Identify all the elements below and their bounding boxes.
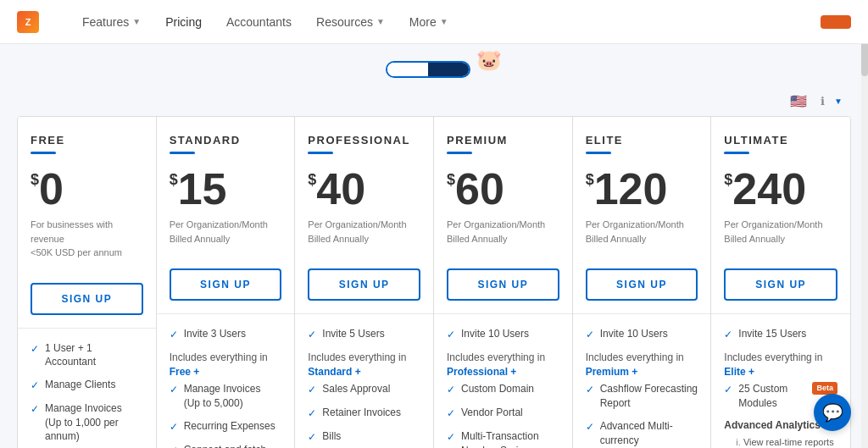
plan-price-desc-professional: Per Organization/Month Billed Annually: [308, 218, 420, 246]
feature-text: 1 User + 1 Accountant: [45, 341, 143, 370]
includes-link-elite[interactable]: Premium +: [586, 366, 638, 378]
includes-text-standard: Includes everything in Free +: [170, 351, 282, 379]
plan-price-row-ultimate: $240: [724, 167, 837, 211]
includes-text-premium: Includes everything in Professional +: [447, 351, 559, 379]
feature-text: Manage Clients: [45, 378, 115, 392]
plan-signup-btn-professional[interactable]: SIGN UP: [308, 268, 420, 301]
plan-features-free: ✓1 User + 1 Accountant✓Manage Clients✓Ma…: [18, 329, 156, 449]
includes-link-professional[interactable]: Standard +: [308, 366, 360, 378]
feature-text: Invite 10 Users: [600, 327, 668, 341]
plan-signup-btn-standard[interactable]: SIGN UP: [170, 268, 282, 301]
page-scrollbar[interactable]: [861, 0, 868, 448]
check-icon: ✓: [308, 383, 316, 397]
check-icon: ✓: [31, 402, 39, 417]
list-item: ✓Multi-Transaction Number Series: [447, 429, 559, 448]
check-icon: ✓: [170, 383, 178, 397]
nav-accountants[interactable]: Accountants: [216, 10, 302, 34]
check-icon: ✓: [31, 379, 39, 393]
plan-header-elite: ELITE$120Per Organization/Month Billed A…: [573, 117, 711, 258]
check-icon: ✓: [308, 407, 316, 421]
navbar-right: [821, 15, 851, 29]
navbar-signup-button[interactable]: [821, 15, 851, 29]
check-icon: ✓: [170, 444, 178, 448]
check-icon: ✓: [447, 328, 455, 342]
includes-link-premium[interactable]: Professional +: [447, 366, 516, 378]
check-icon: ✓: [447, 383, 455, 397]
zoho-icon: Z: [17, 11, 39, 33]
feature-text: Manage Invoices (Up to 5,000): [184, 382, 261, 411]
feature-text: Manage Invoices (Up to 1,000 per annum): [45, 401, 143, 444]
list-item: ✓Invite 10 Users: [586, 327, 698, 342]
pricing-wrapper: FREE$0For businesses with revenue <50K U…: [0, 116, 868, 448]
plan-price-amount-professional: 40: [316, 167, 365, 211]
feature-text: Sales Approval: [322, 382, 390, 396]
list-item: ✓1 User + 1 Accountant: [31, 341, 143, 370]
plan-name-premium: PREMIUM: [447, 134, 559, 147]
plan-signup-btn-free[interactable]: SIGN UP: [31, 283, 143, 315]
includes-link-standard[interactable]: Free +: [170, 366, 200, 378]
plan-col-professional: PROFESSIONAL$40Per Organization/Month Bi…: [295, 117, 434, 448]
feature-text: Connect and fetch bank & credit card fee…: [184, 443, 282, 448]
change-link[interactable]: ▼: [832, 97, 843, 106]
yearly-toggle[interactable]: [428, 63, 469, 76]
plan-price-dollar-standard: $: [170, 171, 178, 189]
chat-bubble[interactable]: 💬: [814, 394, 851, 431]
plan-col-free: FREE$0For businesses with revenue <50K U…: [18, 117, 157, 448]
monthly-toggle[interactable]: [387, 63, 428, 76]
navbar: Z Features ▼ Pricing Accountants Resourc…: [0, 0, 868, 44]
plan-price-desc-standard: Per Organization/Month Billed Annually: [170, 218, 282, 246]
piggy-icon: 🐷: [476, 48, 502, 72]
nav-features[interactable]: Features ▼: [72, 10, 151, 34]
plan-underline-standard: [170, 152, 195, 154]
billing-toggle-section: 🐷: [0, 44, 868, 86]
plan-name-elite: ELITE: [586, 134, 698, 147]
includes-text-ultimate: Includes everything in Elite +: [724, 351, 837, 379]
plan-features-elite: ✓Invite 10 UsersIncludes everything in P…: [573, 314, 711, 448]
plan-price-row-standard: $15: [170, 167, 282, 211]
plan-col-elite: ELITE$120Per Organization/Month Billed A…: [573, 117, 712, 448]
plan-price-amount-elite: 120: [594, 167, 668, 211]
more-arrow: ▼: [440, 17, 448, 26]
plan-price-row-premium: $60: [447, 167, 559, 211]
resources-arrow: ▼: [376, 17, 385, 26]
plan-signup-btn-premium[interactable]: SIGN UP: [447, 268, 559, 301]
plan-features-standard: ✓Invite 3 UsersIncludes everything in Fr…: [157, 314, 295, 448]
logo: Z: [17, 11, 47, 33]
plan-price-amount-standard: 15: [178, 167, 227, 211]
advanced-analytics-sub: View real-time reports and dashboards: [724, 436, 837, 448]
features-arrow: ▼: [132, 17, 141, 26]
plan-price-dollar-professional: $: [308, 171, 316, 189]
check-icon: ✓: [724, 383, 732, 397]
list-item: ✓Connect and fetch bank & credit card fe…: [170, 443, 282, 448]
list-item: ✓Manage Clients: [31, 378, 143, 393]
plan-price-dollar-ultimate: $: [724, 171, 732, 189]
plan-features-professional: ✓Invite 5 UsersIncludes everything in St…: [295, 314, 433, 448]
beta-badge: Beta: [812, 382, 837, 395]
plan-header-professional: PROFESSIONAL$40Per Organization/Month Bi…: [295, 117, 433, 258]
check-icon: ✓: [308, 430, 316, 445]
check-icon: ✓: [447, 430, 455, 445]
plan-price-row-free: $0: [31, 167, 143, 211]
plan-price-desc-premium: Per Organization/Month Billed Annually: [447, 218, 559, 246]
feature-text: Vendor Portal: [461, 406, 523, 420]
plan-price-dollar-premium: $: [447, 171, 455, 189]
feature-text: Custom Domain: [461, 382, 534, 396]
list-item: ✓Vendor Portal: [447, 406, 559, 421]
nav-pricing[interactable]: Pricing: [155, 10, 212, 34]
plan-col-premium: PREMIUM$60Per Organization/Month Billed …: [434, 117, 573, 448]
feature-text: Multi-Transaction Number Series: [461, 429, 539, 448]
list-item: ✓Retainer Invoices: [308, 406, 420, 421]
plan-signup-btn-elite[interactable]: SIGN UP: [586, 268, 698, 301]
nav-more[interactable]: More ▼: [399, 10, 459, 34]
check-icon: ✓: [586, 383, 594, 397]
nav-resources[interactable]: Resources ▼: [306, 10, 395, 34]
plan-header-ultimate: ULTIMATE$240Per Organization/Month Bille…: [711, 117, 850, 258]
zoho-logo: Z: [17, 11, 42, 33]
info-icon: ℹ: [821, 95, 825, 108]
plan-price-desc-free: For businesses with revenue <50K USD per…: [31, 218, 143, 260]
plan-price-amount-ultimate: 240: [732, 167, 806, 211]
plan-signup-btn-ultimate[interactable]: SIGN UP: [724, 268, 837, 301]
list-item: ✓Sales Approval: [308, 382, 420, 397]
includes-link-ultimate[interactable]: Elite +: [724, 366, 754, 378]
check-icon: ✓: [170, 328, 178, 342]
